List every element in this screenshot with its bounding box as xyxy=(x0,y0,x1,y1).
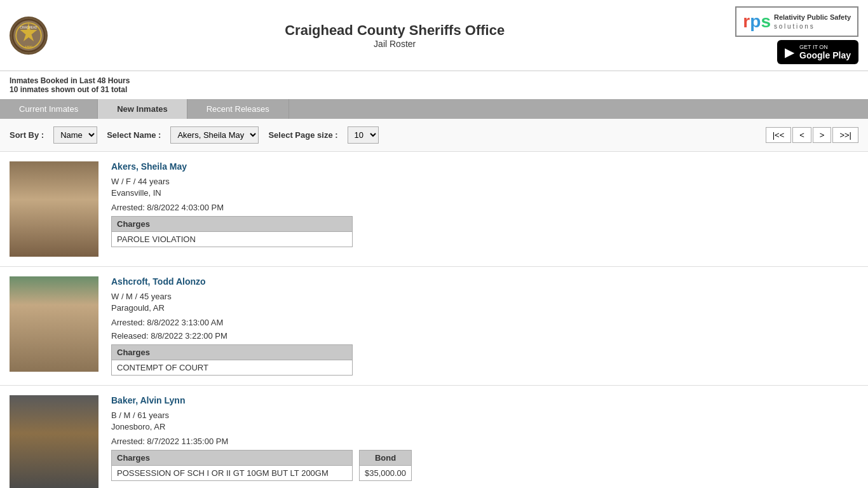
charges-row: Charges PAROLE VIOLATION xyxy=(111,216,858,247)
charge-item: CONTEMPT OF COURT xyxy=(112,360,352,375)
select-name-label: Select Name : xyxy=(107,130,161,140)
page-size-label: Select Page size : xyxy=(268,130,337,140)
inmate-arrested: Arrested: 8/8/2022 3:13:00 AM xyxy=(111,318,858,327)
controls-bar: Sort By : Name Select Name : Akers, Shei… xyxy=(0,119,868,152)
rps-s: s xyxy=(761,11,771,31)
header-right-block: rps Relativity Public Safety s o l u t i… xyxy=(735,6,858,64)
google-play-icon: ▶ xyxy=(785,44,794,60)
table-row: Ashcroft, Todd Alonzo W / M / 45 years P… xyxy=(0,267,868,386)
svg-text:CRAIGHEAD: CRAIGHEAD xyxy=(20,26,38,29)
inmate-demographics: W / F / 44 years xyxy=(111,177,858,186)
rps-line2: s o l u t i o n s xyxy=(774,22,851,30)
charges-section: Charges PAROLE VIOLATION xyxy=(111,216,858,247)
tab-bar: Current Inmates New Inmates Recent Relea… xyxy=(0,99,868,119)
inmate-demographics: W / M / 45 years xyxy=(111,292,858,301)
subheader-line2: 10 inmates shown out of 31 total xyxy=(10,85,858,94)
inmate-demographics: B / M / 61 years xyxy=(111,410,858,420)
google-play-label: Google Play xyxy=(799,50,851,60)
sheriff-logo: 1899 CRAIGHEAD xyxy=(10,17,54,55)
svg-text:1899: 1899 xyxy=(25,44,32,48)
tab-new-inmates[interactable]: New Inmates xyxy=(98,99,187,119)
page-title: Craighead County Sheriffs Office xyxy=(54,22,735,39)
pagination-controls: |<< < > >>| xyxy=(766,127,858,143)
inmate-photo xyxy=(10,395,98,488)
pagination-prev[interactable]: < xyxy=(792,127,811,143)
inmate-arrested: Arrested: 8/8/2022 4:03:00 PM xyxy=(111,203,858,212)
rps-initials: rps xyxy=(743,11,771,32)
charges-header: Charges xyxy=(112,451,352,466)
subheader-block: Inmates Booked in Last 48 Hours 10 inmat… xyxy=(0,71,868,99)
pagination-first[interactable]: |<< xyxy=(766,127,792,143)
rps-p: p xyxy=(750,11,761,31)
charges-header: Charges xyxy=(112,217,352,232)
rps-logo: rps Relativity Public Safety s o l u t i… xyxy=(735,6,858,37)
rps-tagline: Relativity Public Safety s o l u t i o n… xyxy=(774,13,851,30)
inmate-details: Ashcroft, Todd Alonzo W / M / 45 years P… xyxy=(111,276,858,376)
bond-header: Bond xyxy=(360,451,411,466)
subheader-line1: Inmates Booked in Last 48 Hours xyxy=(10,76,858,85)
charges-section: Charges POSSESSION OF SCH I OR II GT 10G… xyxy=(111,450,858,481)
charges-row: Charges CONTEMPT OF COURT xyxy=(111,344,858,376)
charges-table: Charges CONTEMPT OF COURT xyxy=(111,344,353,376)
table-row: Baker, Alvin Lynn B / M / 61 years Jones… xyxy=(0,386,868,488)
charge-item: POSSESSION OF SCH I OR II GT 10GM BUT LT… xyxy=(112,466,352,480)
pagination-next[interactable]: > xyxy=(813,127,832,143)
sort-by-label: Sort By : xyxy=(10,130,44,140)
tab-current-inmates[interactable]: Current Inmates xyxy=(0,99,98,119)
page-subtitle: Jail Roster xyxy=(54,39,735,49)
inmate-name-link[interactable]: Ashcroft, Todd Alonzo xyxy=(111,276,858,287)
table-row: Akers, Sheila May W / F / 44 years Evans… xyxy=(0,152,868,267)
inmate-name-link[interactable]: Baker, Alvin Lynn xyxy=(111,395,858,405)
google-play-text: GET IT ON Google Play xyxy=(799,44,851,60)
rps-r: r xyxy=(743,11,750,31)
tab-recent-releases[interactable]: Recent Releases xyxy=(187,99,289,119)
sheriff-badge-icon: 1899 CRAIGHEAD xyxy=(10,17,48,55)
charges-table: Charges PAROLE VIOLATION xyxy=(111,216,353,247)
inmate-released: Released: 8/8/2022 3:22:00 PM xyxy=(111,331,858,341)
charges-section: Charges CONTEMPT OF COURT xyxy=(111,344,858,376)
inmate-details: Akers, Sheila May W / F / 44 years Evans… xyxy=(111,161,858,257)
inmate-location: Jonesboro, AR xyxy=(111,422,858,431)
inmate-details: Baker, Alvin Lynn B / M / 61 years Jones… xyxy=(111,395,858,488)
get-it-on-label: GET IT ON xyxy=(799,44,851,50)
charges-table: Charges POSSESSION OF SCH I OR II GT 10G… xyxy=(111,450,353,481)
select-name-dropdown[interactable]: Akers, Sheila May xyxy=(170,126,259,144)
page-header: 1899 CRAIGHEAD Craighead County Sheriffs… xyxy=(0,0,868,71)
inmate-location: Evansville, IN xyxy=(111,188,858,198)
pagination-last[interactable]: >>| xyxy=(832,127,858,143)
bond-amount: $35,000.00 xyxy=(360,466,411,480)
rps-line1: Relativity Public Safety xyxy=(774,13,851,22)
inmate-arrested: Arrested: 8/7/2022 11:35:00 PM xyxy=(111,437,858,446)
inmate-photo xyxy=(10,276,98,372)
google-play-button[interactable]: ▶ GET IT ON Google Play xyxy=(777,40,858,64)
inmate-photo xyxy=(10,161,98,257)
inmate-list: Akers, Sheila May W / F / 44 years Evans… xyxy=(0,152,868,488)
inmate-location: Paragould, AR xyxy=(111,303,858,313)
charges-header: Charges xyxy=(112,345,352,360)
page-size-select[interactable]: 10 xyxy=(348,126,379,144)
charges-row: Charges POSSESSION OF SCH I OR II GT 10G… xyxy=(111,450,858,481)
header-title-block: Craighead County Sheriffs Office Jail Ro… xyxy=(54,22,735,49)
inmate-name-link[interactable]: Akers, Sheila May xyxy=(111,161,858,172)
charge-item: PAROLE VIOLATION xyxy=(112,232,352,247)
bond-table: Bond $35,000.00 xyxy=(359,450,412,481)
sort-by-select[interactable]: Name xyxy=(53,126,97,144)
